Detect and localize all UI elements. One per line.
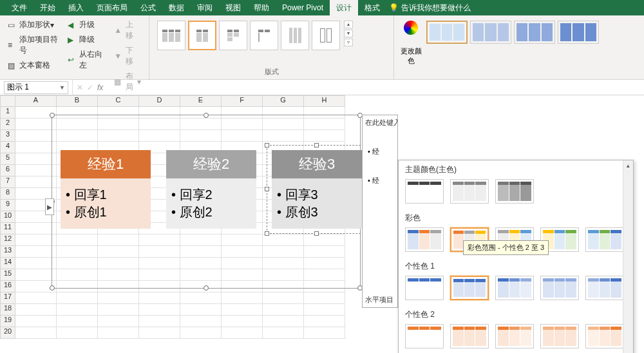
color-swatch[interactable]	[585, 276, 624, 300]
resize-handle[interactable]	[204, 285, 209, 291]
cell[interactable]	[57, 316, 98, 327]
smartart-bullet[interactable]: 回享1	[66, 186, 146, 204]
row-header[interactable]: 6	[0, 165, 15, 176]
menu-item-视图[interactable]: 视图	[219, 0, 247, 15]
column-header[interactable]: H	[304, 95, 345, 107]
gallery-expand-icon[interactable]: ▿	[344, 39, 353, 46]
row-header[interactable]: 8	[0, 188, 15, 200]
row-header[interactable]: 4	[0, 142, 15, 153]
cell[interactable]	[15, 292, 57, 304]
cell[interactable]	[139, 304, 180, 316]
smartart-card[interactable]: 经验1回享1原创1	[61, 150, 151, 229]
resize-handle[interactable]	[265, 187, 269, 191]
row-header[interactable]: 20	[0, 327, 15, 339]
column-header[interactable]: D	[139, 95, 180, 107]
layout-button[interactable]: ▦布局 ▾	[111, 70, 144, 94]
cell[interactable]	[180, 327, 222, 339]
scroll-up-icon[interactable]: ▴	[623, 160, 633, 171]
cell[interactable]	[263, 304, 304, 316]
tell-me-search[interactable]: 💡告诉我你想要做什么	[389, 3, 471, 14]
cell[interactable]	[15, 269, 57, 281]
color-swatch[interactable]	[450, 324, 489, 348]
row-header[interactable]: 13	[0, 246, 15, 258]
cell[interactable]	[57, 327, 98, 339]
color-swatch[interactable]	[495, 276, 534, 300]
cell[interactable]	[98, 327, 139, 339]
row-header[interactable]: 18	[0, 304, 15, 316]
cell[interactable]	[180, 316, 222, 327]
cell[interactable]	[263, 316, 304, 327]
cell[interactable]	[15, 223, 57, 234]
cell[interactable]	[304, 304, 345, 316]
color-swatch[interactable]	[585, 227, 624, 252]
menu-item-帮助[interactable]: 帮助	[247, 0, 276, 15]
smartart-bullet[interactable]: 回享3	[277, 186, 357, 204]
row-header[interactable]: 11	[0, 223, 15, 234]
layout-thumb-selected[interactable]	[188, 21, 216, 50]
column-header[interactable]: F	[222, 95, 263, 107]
cell[interactable]	[15, 258, 57, 269]
cell[interactable]	[98, 292, 139, 304]
smartart-bullet[interactable]: 原创3	[277, 204, 357, 221]
cell[interactable]	[304, 316, 345, 327]
scroll-down-icon[interactable]: ▾	[344, 30, 353, 37]
smartart-bullet[interactable]: 原创1	[66, 204, 146, 221]
column-header[interactable]: E	[180, 95, 222, 107]
cell[interactable]	[15, 130, 57, 142]
color-swatch[interactable]	[585, 324, 624, 348]
cell[interactable]	[304, 327, 345, 339]
smartart-card-title[interactable]: 经验1	[61, 150, 151, 178]
name-box[interactable]: 图示 1 ▼	[4, 81, 68, 94]
formula-input-area[interactable]: ✕ ✓ fx	[72, 80, 103, 95]
cell[interactable]	[98, 304, 139, 316]
cell[interactable]	[98, 316, 139, 327]
demote-button[interactable]: ▶降级	[65, 33, 108, 46]
select-all-corner[interactable]	[0, 95, 15, 107]
row-header[interactable]: 3	[0, 130, 15, 142]
cell[interactable]	[15, 234, 57, 246]
layout-gallery-scroll[interactable]: ▴▾▿	[343, 21, 353, 46]
row-header[interactable]: 7	[0, 176, 15, 188]
smartart-bullet[interactable]: 回享2	[171, 186, 251, 204]
row-header[interactable]: 16	[0, 281, 15, 292]
cell[interactable]	[57, 304, 98, 316]
change-color-button[interactable]: 更改颜色	[397, 18, 425, 68]
color-swatch[interactable]	[450, 179, 489, 204]
column-header[interactable]: C	[98, 95, 139, 107]
cell[interactable]	[15, 119, 57, 130]
menu-item-数据[interactable]: 数据	[162, 0, 191, 15]
row-header[interactable]: 1	[0, 107, 15, 119]
cell[interactable]	[180, 292, 222, 304]
cell[interactable]	[222, 304, 263, 316]
cell[interactable]	[15, 153, 57, 165]
fx-icon[interactable]: fx	[97, 83, 103, 92]
cell[interactable]	[15, 176, 57, 188]
style-thumb[interactable]	[470, 21, 511, 44]
cell[interactable]	[263, 292, 304, 304]
cell[interactable]	[304, 292, 345, 304]
cell[interactable]	[15, 327, 57, 339]
text-pane-item[interactable]: 经	[368, 176, 392, 186]
cell[interactable]	[15, 304, 57, 316]
cell[interactable]	[222, 327, 263, 339]
cell[interactable]	[139, 327, 180, 339]
cell[interactable]	[139, 316, 180, 327]
dropdown-scrollbar[interactable]: ▴	[623, 160, 633, 353]
color-swatch[interactable]	[540, 324, 579, 348]
smartart-card-body[interactable]: 回享1原创1	[61, 178, 151, 229]
cell[interactable]	[15, 246, 57, 258]
menu-item-Power Pivot[interactable]: Power Pivot	[276, 0, 330, 15]
resize-handle[interactable]	[50, 285, 55, 291]
column-header[interactable]: G	[263, 95, 304, 107]
cell[interactable]	[222, 292, 263, 304]
color-swatch[interactable]	[450, 276, 489, 300]
cell[interactable]	[57, 292, 98, 304]
add-bullet-button[interactable]: ≡添加项目符号	[5, 33, 61, 57]
menu-item-设计[interactable]: 设计	[330, 0, 358, 15]
layout-thumb[interactable]	[250, 21, 278, 50]
menu-item-审阅[interactable]: 审阅	[191, 0, 219, 15]
menu-item-开始[interactable]: 开始	[33, 0, 62, 15]
smartart-text-pane[interactable]: 在此处键入 经 经 水平项目	[362, 115, 398, 308]
color-swatch[interactable]	[405, 324, 444, 348]
text-pane-item[interactable]: 经	[368, 147, 392, 157]
